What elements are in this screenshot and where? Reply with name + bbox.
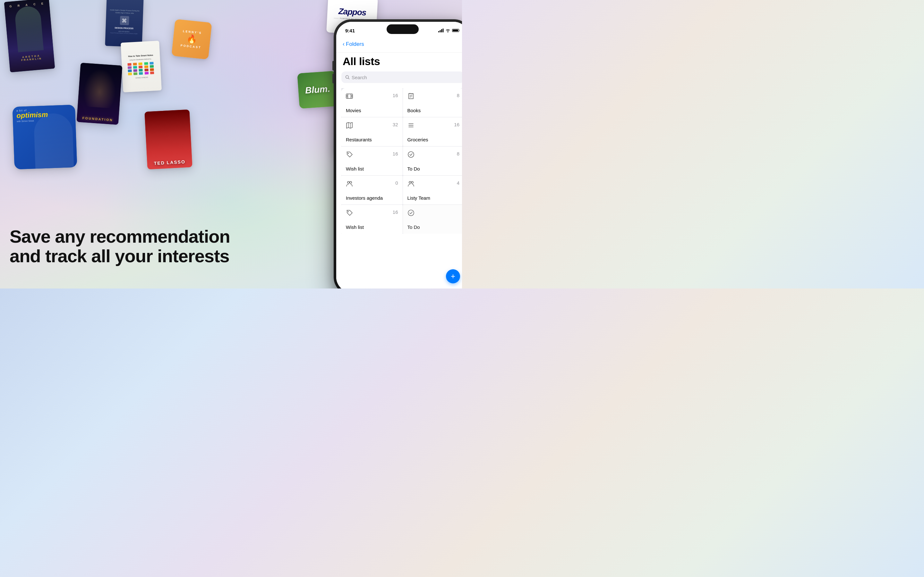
- wishlist-label: Wish list: [346, 166, 398, 171]
- listy-team-count: 4: [457, 180, 459, 185]
- volume-up-button[interactable]: [333, 61, 334, 71]
- svg-rect-1: [440, 30, 441, 32]
- listy-team-label: Listy Team: [407, 195, 460, 201]
- todo-2-label: To Do: [407, 224, 460, 230]
- movies-count: 16: [393, 93, 398, 98]
- plus-icon: +: [451, 272, 455, 281]
- svg-point-30: [348, 211, 349, 212]
- books-label: Books: [407, 108, 460, 113]
- list-item-investors[interactable]: 0 Investors agenda: [341, 176, 403, 205]
- lists-grid: 16 Movies: [341, 88, 462, 234]
- svg-point-28: [409, 181, 411, 183]
- phone-screen: 9:41: [336, 22, 462, 288]
- map-icon: [346, 122, 353, 129]
- svg-point-4: [447, 31, 449, 32]
- tag-icon-2: [346, 210, 353, 216]
- todo-label: To Do: [407, 166, 460, 171]
- groceries-count: 16: [454, 122, 459, 127]
- phone-body: 9:41: [334, 19, 462, 288]
- restaurants-label: Restaurants: [346, 137, 398, 142]
- svg-point-24: [348, 153, 349, 154]
- media-item-smart-notes: How to Take Smart Notes Using the Zettel…: [121, 41, 162, 92]
- svg-rect-3: [443, 29, 444, 32]
- headline: Save any recommendation and track all yo…: [10, 227, 279, 266]
- search-icon: [345, 75, 350, 79]
- book-icon: [407, 93, 415, 100]
- list-item-wishlist[interactable]: 16 Wish list: [341, 147, 403, 175]
- list-item-todo[interactable]: 8 To Do: [403, 147, 462, 175]
- add-button[interactable]: +: [446, 269, 460, 284]
- headline-line1: Save any recommendation: [10, 227, 279, 247]
- list-item-books[interactable]: 8 Books: [403, 88, 462, 117]
- tag-icon: [346, 151, 353, 158]
- phone-mockup: 9:41: [334, 19, 462, 288]
- navigation-bar: ‹ Folders: [336, 36, 462, 53]
- wishlist-2-count: 16: [393, 210, 398, 215]
- list-item-listy-team[interactable]: 4 Listy Team: [403, 176, 462, 205]
- search-placeholder: Search: [352, 75, 367, 80]
- media-item-ted-lasso: TED LASSO: [144, 109, 192, 169]
- bottom-spacer: [336, 234, 462, 253]
- media-item-apple-design: Inside Apple's Design Process During the…: [105, 0, 144, 47]
- team-icon: [407, 180, 415, 187]
- dynamic-island: [387, 24, 419, 34]
- investors-label: Investors agenda: [346, 195, 398, 201]
- list-icon: [407, 122, 415, 129]
- svg-point-26: [347, 181, 349, 183]
- search-bar[interactable]: Search: [341, 71, 462, 83]
- headline-line2: and track all your interests: [10, 246, 279, 266]
- screen-title: All lists: [342, 55, 462, 68]
- list-item-restaurants[interactable]: 32 Restaurants: [341, 117, 403, 146]
- back-button[interactable]: ‹ Folders: [342, 41, 364, 47]
- svg-rect-8: [346, 94, 352, 98]
- wishlist-2-label: Wish list: [346, 224, 398, 230]
- svg-point-25: [408, 152, 414, 157]
- wishlist-count: 16: [393, 151, 398, 156]
- checkmark-circle-icon-2: [407, 210, 415, 216]
- volume-down-button[interactable]: [333, 74, 334, 83]
- list-item-wishlist-2[interactable]: 16 Wish list: [341, 205, 403, 234]
- books-count: 8: [457, 93, 459, 98]
- list-item-todo-2[interactable]: To Do: [403, 205, 462, 234]
- groceries-label: Groceries: [407, 137, 460, 142]
- media-item-blum: Blum.: [297, 71, 338, 109]
- movies-label: Movies: [346, 108, 398, 113]
- title-area: All lists: [336, 53, 462, 71]
- investors-count: 0: [395, 180, 398, 185]
- svg-point-29: [411, 181, 413, 183]
- svg-rect-2: [441, 29, 442, 32]
- svg-point-27: [350, 181, 352, 183]
- media-item-aretha: G R A C E ARETHA FRANKLIN: [4, 0, 55, 73]
- svg-rect-0: [438, 31, 439, 32]
- group-icon: [346, 180, 353, 187]
- back-chevron-icon: ‹: [342, 41, 344, 47]
- screen-content[interactable]: All lists Search: [336, 53, 462, 288]
- media-item-optimism: a bit of optimism with Simon Sinek: [13, 105, 78, 169]
- svg-marker-18: [347, 122, 352, 128]
- list-item-groceries[interactable]: 16 Groceries: [403, 117, 462, 146]
- media-item-lenny: LENNY'S 🔥 PODCAST: [171, 19, 212, 59]
- list-item-movies[interactable]: 16 Movies: [341, 88, 403, 117]
- signal-icon: [438, 29, 444, 32]
- status-time: 9:41: [345, 28, 355, 33]
- back-label: Folders: [346, 41, 364, 47]
- film-icon: [346, 93, 353, 100]
- svg-rect-6: [453, 29, 458, 31]
- wifi-icon: [445, 29, 451, 32]
- media-item-foundation: FOUNDATION: [77, 63, 123, 125]
- battery-icon: [452, 29, 460, 32]
- svg-point-31: [408, 210, 414, 216]
- status-icons: [438, 29, 460, 32]
- checkmark-circle-icon: [407, 151, 415, 158]
- restaurants-count: 32: [393, 122, 398, 127]
- todo-count: 8: [457, 151, 459, 156]
